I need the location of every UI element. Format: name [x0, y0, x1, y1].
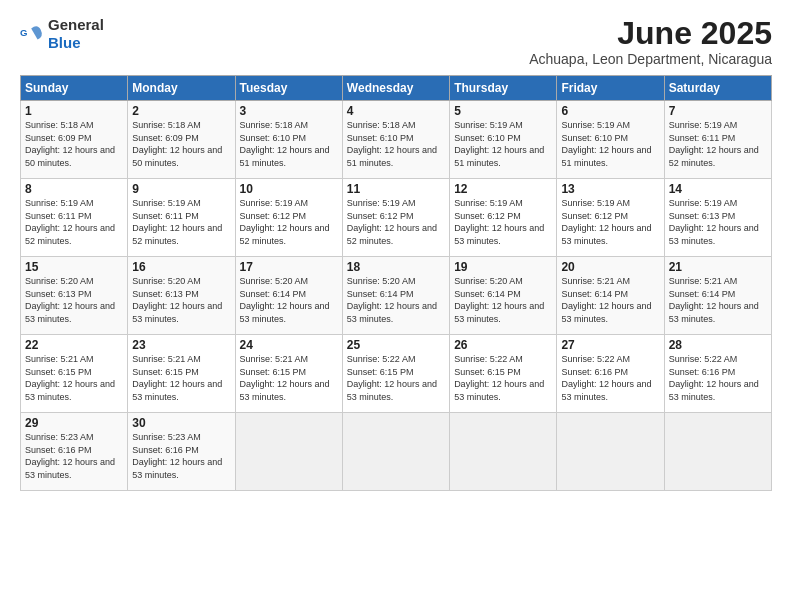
- day-number: 13: [561, 182, 659, 196]
- day-number: 11: [347, 182, 445, 196]
- day-cell-23: 23Sunrise: 5:21 AM Sunset: 6:15 PM Dayli…: [128, 335, 235, 413]
- day-info: Sunrise: 5:23 AM Sunset: 6:16 PM Dayligh…: [132, 431, 230, 481]
- day-number: 25: [347, 338, 445, 352]
- logo-blue: Blue: [48, 34, 81, 51]
- day-number: 8: [25, 182, 123, 196]
- day-number: 15: [25, 260, 123, 274]
- day-info: Sunrise: 5:21 AM Sunset: 6:15 PM Dayligh…: [25, 353, 123, 403]
- day-cell-8: 8Sunrise: 5:19 AM Sunset: 6:11 PM Daylig…: [21, 179, 128, 257]
- day-number: 23: [132, 338, 230, 352]
- day-info: Sunrise: 5:18 AM Sunset: 6:10 PM Dayligh…: [347, 119, 445, 169]
- day-number: 14: [669, 182, 767, 196]
- week-row-3: 15Sunrise: 5:20 AM Sunset: 6:13 PM Dayli…: [21, 257, 772, 335]
- calendar-table: SundayMondayTuesdayWednesdayThursdayFrid…: [20, 75, 772, 491]
- day-cell-16: 16Sunrise: 5:20 AM Sunset: 6:13 PM Dayli…: [128, 257, 235, 335]
- day-cell-5: 5Sunrise: 5:19 AM Sunset: 6:10 PM Daylig…: [450, 101, 557, 179]
- svg-text:G: G: [20, 27, 27, 38]
- day-number: 19: [454, 260, 552, 274]
- logo-general: General: [48, 16, 104, 33]
- day-cell-2: 2Sunrise: 5:18 AM Sunset: 6:09 PM Daylig…: [128, 101, 235, 179]
- day-cell-25: 25Sunrise: 5:22 AM Sunset: 6:15 PM Dayli…: [342, 335, 449, 413]
- day-info: Sunrise: 5:19 AM Sunset: 6:12 PM Dayligh…: [240, 197, 338, 247]
- day-number: 4: [347, 104, 445, 118]
- day-number: 2: [132, 104, 230, 118]
- empty-cell: [342, 413, 449, 491]
- day-cell-28: 28Sunrise: 5:22 AM Sunset: 6:16 PM Dayli…: [664, 335, 771, 413]
- logo: G General Blue: [20, 16, 104, 52]
- empty-cell: [557, 413, 664, 491]
- day-cell-9: 9Sunrise: 5:19 AM Sunset: 6:11 PM Daylig…: [128, 179, 235, 257]
- day-info: Sunrise: 5:19 AM Sunset: 6:11 PM Dayligh…: [669, 119, 767, 169]
- day-info: Sunrise: 5:18 AM Sunset: 6:09 PM Dayligh…: [25, 119, 123, 169]
- header-cell-tuesday: Tuesday: [235, 76, 342, 101]
- day-cell-10: 10Sunrise: 5:19 AM Sunset: 6:12 PM Dayli…: [235, 179, 342, 257]
- header-cell-wednesday: Wednesday: [342, 76, 449, 101]
- header-cell-sunday: Sunday: [21, 76, 128, 101]
- header-cell-friday: Friday: [557, 76, 664, 101]
- location-title: Achuapa, Leon Department, Nicaragua: [529, 51, 772, 67]
- day-cell-20: 20Sunrise: 5:21 AM Sunset: 6:14 PM Dayli…: [557, 257, 664, 335]
- day-cell-22: 22Sunrise: 5:21 AM Sunset: 6:15 PM Dayli…: [21, 335, 128, 413]
- day-info: Sunrise: 5:20 AM Sunset: 6:14 PM Dayligh…: [347, 275, 445, 325]
- day-cell-6: 6Sunrise: 5:19 AM Sunset: 6:10 PM Daylig…: [557, 101, 664, 179]
- day-cell-18: 18Sunrise: 5:20 AM Sunset: 6:14 PM Dayli…: [342, 257, 449, 335]
- day-number: 7: [669, 104, 767, 118]
- empty-cell: [450, 413, 557, 491]
- day-cell-30: 30Sunrise: 5:23 AM Sunset: 6:16 PM Dayli…: [128, 413, 235, 491]
- day-cell-7: 7Sunrise: 5:19 AM Sunset: 6:11 PM Daylig…: [664, 101, 771, 179]
- day-number: 1: [25, 104, 123, 118]
- logo-icon: G: [20, 22, 44, 46]
- day-number: 21: [669, 260, 767, 274]
- day-number: 22: [25, 338, 123, 352]
- day-number: 10: [240, 182, 338, 196]
- day-info: Sunrise: 5:21 AM Sunset: 6:14 PM Dayligh…: [561, 275, 659, 325]
- day-info: Sunrise: 5:22 AM Sunset: 6:15 PM Dayligh…: [454, 353, 552, 403]
- page: G General Blue June 2025 Achuapa, Leon D…: [0, 0, 792, 612]
- day-number: 5: [454, 104, 552, 118]
- header: G General Blue June 2025 Achuapa, Leon D…: [20, 16, 772, 67]
- day-info: Sunrise: 5:18 AM Sunset: 6:09 PM Dayligh…: [132, 119, 230, 169]
- day-number: 28: [669, 338, 767, 352]
- week-row-5: 29Sunrise: 5:23 AM Sunset: 6:16 PM Dayli…: [21, 413, 772, 491]
- day-number: 30: [132, 416, 230, 430]
- day-cell-21: 21Sunrise: 5:21 AM Sunset: 6:14 PM Dayli…: [664, 257, 771, 335]
- day-info: Sunrise: 5:19 AM Sunset: 6:11 PM Dayligh…: [25, 197, 123, 247]
- title-block: June 2025 Achuapa, Leon Department, Nica…: [529, 16, 772, 67]
- week-row-2: 8Sunrise: 5:19 AM Sunset: 6:11 PM Daylig…: [21, 179, 772, 257]
- logo-text: General Blue: [48, 16, 104, 52]
- day-info: Sunrise: 5:21 AM Sunset: 6:14 PM Dayligh…: [669, 275, 767, 325]
- day-info: Sunrise: 5:20 AM Sunset: 6:13 PM Dayligh…: [132, 275, 230, 325]
- day-info: Sunrise: 5:20 AM Sunset: 6:13 PM Dayligh…: [25, 275, 123, 325]
- empty-cell: [664, 413, 771, 491]
- day-number: 26: [454, 338, 552, 352]
- day-cell-11: 11Sunrise: 5:19 AM Sunset: 6:12 PM Dayli…: [342, 179, 449, 257]
- day-info: Sunrise: 5:22 AM Sunset: 6:15 PM Dayligh…: [347, 353, 445, 403]
- day-info: Sunrise: 5:22 AM Sunset: 6:16 PM Dayligh…: [561, 353, 659, 403]
- day-info: Sunrise: 5:20 AM Sunset: 6:14 PM Dayligh…: [454, 275, 552, 325]
- week-row-1: 1Sunrise: 5:18 AM Sunset: 6:09 PM Daylig…: [21, 101, 772, 179]
- day-info: Sunrise: 5:20 AM Sunset: 6:14 PM Dayligh…: [240, 275, 338, 325]
- week-row-4: 22Sunrise: 5:21 AM Sunset: 6:15 PM Dayli…: [21, 335, 772, 413]
- day-number: 24: [240, 338, 338, 352]
- day-cell-15: 15Sunrise: 5:20 AM Sunset: 6:13 PM Dayli…: [21, 257, 128, 335]
- day-number: 12: [454, 182, 552, 196]
- header-row: SundayMondayTuesdayWednesdayThursdayFrid…: [21, 76, 772, 101]
- day-info: Sunrise: 5:19 AM Sunset: 6:12 PM Dayligh…: [347, 197, 445, 247]
- day-info: Sunrise: 5:19 AM Sunset: 6:11 PM Dayligh…: [132, 197, 230, 247]
- day-cell-13: 13Sunrise: 5:19 AM Sunset: 6:12 PM Dayli…: [557, 179, 664, 257]
- day-cell-12: 12Sunrise: 5:19 AM Sunset: 6:12 PM Dayli…: [450, 179, 557, 257]
- day-info: Sunrise: 5:19 AM Sunset: 6:10 PM Dayligh…: [561, 119, 659, 169]
- day-number: 9: [132, 182, 230, 196]
- day-cell-1: 1Sunrise: 5:18 AM Sunset: 6:09 PM Daylig…: [21, 101, 128, 179]
- day-cell-24: 24Sunrise: 5:21 AM Sunset: 6:15 PM Dayli…: [235, 335, 342, 413]
- day-cell-29: 29Sunrise: 5:23 AM Sunset: 6:16 PM Dayli…: [21, 413, 128, 491]
- day-info: Sunrise: 5:18 AM Sunset: 6:10 PM Dayligh…: [240, 119, 338, 169]
- day-info: Sunrise: 5:21 AM Sunset: 6:15 PM Dayligh…: [240, 353, 338, 403]
- day-number: 18: [347, 260, 445, 274]
- header-cell-thursday: Thursday: [450, 76, 557, 101]
- day-number: 16: [132, 260, 230, 274]
- day-info: Sunrise: 5:22 AM Sunset: 6:16 PM Dayligh…: [669, 353, 767, 403]
- day-info: Sunrise: 5:19 AM Sunset: 6:12 PM Dayligh…: [561, 197, 659, 247]
- day-cell-27: 27Sunrise: 5:22 AM Sunset: 6:16 PM Dayli…: [557, 335, 664, 413]
- day-info: Sunrise: 5:19 AM Sunset: 6:13 PM Dayligh…: [669, 197, 767, 247]
